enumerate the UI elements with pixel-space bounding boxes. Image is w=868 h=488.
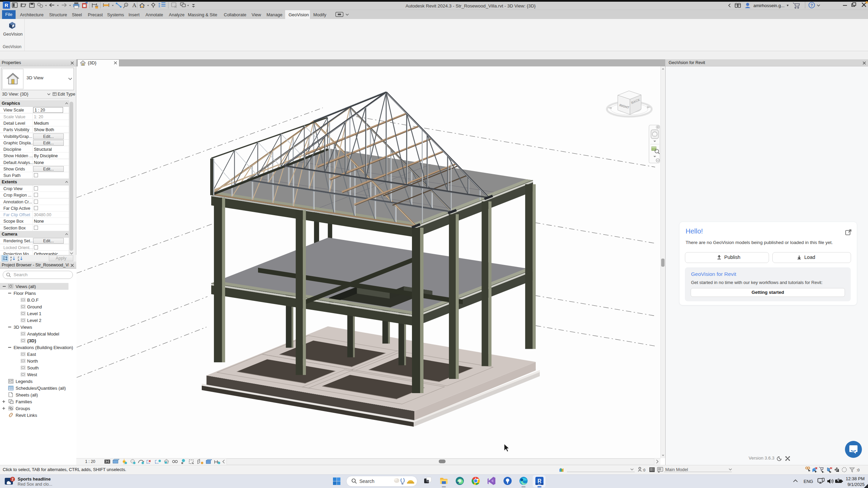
- svg-text:R: R: [537, 478, 541, 484]
- svg-text:A: A: [132, 2, 137, 8]
- svg-text:Z: Z: [10, 259, 12, 261]
- svg-text:R: R: [5, 2, 8, 8]
- svg-text:A: A: [18, 259, 19, 261]
- svg-text:2: 2: [12, 477, 14, 481]
- svg-text::0: :0: [643, 468, 646, 472]
- svg-text:1: 1: [125, 4, 127, 6]
- svg-text:RVT: RVT: [538, 484, 541, 485]
- svg-text::0: :0: [856, 468, 860, 472]
- svg-text:?: ?: [810, 3, 813, 8]
